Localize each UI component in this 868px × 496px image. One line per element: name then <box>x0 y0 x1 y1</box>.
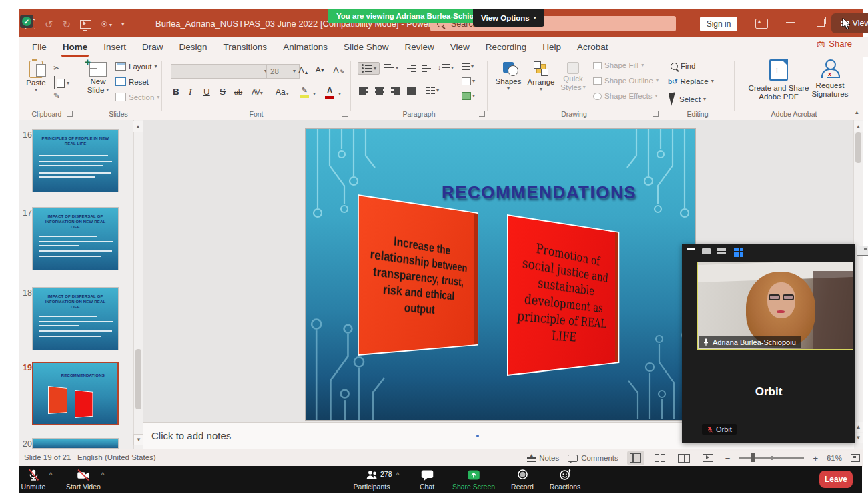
slide-title[interactable]: RECOMMENDATIONS <box>406 182 673 203</box>
restore-button[interactable] <box>817 19 825 27</box>
shape-effects-button[interactable]: Shape Effects▾ <box>593 92 657 100</box>
reactions-button[interactable]: Reactions <box>545 468 585 491</box>
columns-button[interactable]: ▾ <box>426 87 439 94</box>
notes-placeholder[interactable]: Click to add notes <box>151 430 231 441</box>
unmute-options-icon[interactable]: ^ <box>49 471 52 478</box>
editor-scroll-up-icon[interactable]: ▲ <box>854 121 863 132</box>
new-slide-button[interactable]: New Slide▾ <box>83 62 113 94</box>
customize-qat-icon[interactable]: ▾ <box>121 21 125 27</box>
share-button[interactable]: 🖄 Share <box>817 39 852 49</box>
thumbnail-slide-17[interactable]: 17 IMPACT OF DISPERSAL OF INFORMATION ON… <box>32 207 120 270</box>
paste-button[interactable]: Paste ▾ <box>23 61 49 93</box>
start-slideshow-icon[interactable] <box>80 20 91 29</box>
video-window-minimize-icon[interactable] <box>687 248 695 250</box>
copy-dropdown-icon[interactable]: ▾ <box>67 81 69 86</box>
normal-view-button[interactable] <box>627 451 644 465</box>
slide-shape-left[interactable]: Increase the relationship between transp… <box>358 194 475 356</box>
format-painter-icon[interactable]: ✎ <box>53 91 60 101</box>
font-color-icon[interactable]: A <box>325 86 334 99</box>
font-name-combo[interactable]: ▾ <box>171 64 271 79</box>
paragraph-dialog-launcher[interactable] <box>479 111 485 117</box>
tab-help[interactable]: Help <box>534 37 569 57</box>
share-screen-button[interactable]: Share Screen <box>454 468 494 491</box>
layout-button[interactable]: Layout▾ <box>115 62 157 71</box>
highlight-color-icon[interactable]: ✎ <box>300 86 309 98</box>
tab-transitions[interactable]: Transitions <box>215 37 276 57</box>
change-case-icon[interactable]: Aa▾ <box>276 87 289 97</box>
shrink-font-icon[interactable]: A▾ <box>316 65 324 73</box>
line-spacing-button[interactable]: ↕ ▾ <box>438 64 454 71</box>
font-dialog-launcher[interactable] <box>342 111 348 117</box>
smartart-button[interactable]: ▾ <box>462 92 475 100</box>
justify-icon[interactable] <box>407 87 416 95</box>
zoom-slider[interactable] <box>739 457 804 459</box>
request-signatures-button[interactable]: x Request Signatures <box>809 59 851 98</box>
bullets-button[interactable]: ▾ <box>358 62 380 75</box>
copy-icon[interactable] <box>54 76 55 89</box>
select-button[interactable]: Select▾ <box>670 93 706 105</box>
gallery-view-icon[interactable] <box>734 248 743 257</box>
clear-formatting-icon[interactable]: A✎ <box>333 65 345 75</box>
character-spacing-icon[interactable]: AV▾ <box>252 88 263 96</box>
replace-button[interactable]: b↺ Replace▾ <box>668 77 714 85</box>
zoom-out-button[interactable]: − <box>725 453 731 463</box>
create-share-pdf-button[interactable]: Create and Share Adobe PDF <box>747 59 811 101</box>
decrease-indent-icon[interactable] <box>407 65 416 72</box>
zoom-slider-thumb[interactable] <box>751 453 755 462</box>
tab-draw[interactable]: Draw <box>134 37 171 57</box>
popout-window-icon[interactable] <box>857 246 868 256</box>
sign-in-button[interactable]: Sign in <box>700 17 737 31</box>
tab-acrobat[interactable]: Acrobat <box>569 37 616 57</box>
minimize-button[interactable] <box>786 22 795 23</box>
participant-video-tile[interactable]: Adriana Burlea-Schiopoiu <box>697 262 853 350</box>
thumbnail-scrollbar-thumb[interactable] <box>135 349 141 409</box>
highlight-dropdown-icon[interactable]: ▾ <box>313 91 316 97</box>
tab-home[interactable]: Home <box>55 37 96 57</box>
align-center-icon[interactable] <box>375 87 384 95</box>
shapes-button[interactable]: Shapes ▾ <box>493 62 524 91</box>
slide-canvas[interactable]: RECOMMENDATIONS Increase the relationshi… <box>306 129 695 420</box>
zoom-percentage[interactable]: 61% <box>827 454 842 462</box>
collapse-ribbon-icon[interactable]: ▴ <box>855 109 859 115</box>
language-indicator[interactable]: English (United States) <box>77 453 156 461</box>
reading-view-button[interactable] <box>675 451 693 465</box>
notes-toggle[interactable]: ▲ Notes <box>527 454 559 462</box>
slide-shape-right[interactable]: Promotion of social justice and sustaina… <box>507 214 616 376</box>
tab-review[interactable]: Review <box>396 37 442 57</box>
start-video-button[interactable]: Start Video <box>63 468 103 491</box>
redo-icon[interactable]: ↻ <box>63 19 71 29</box>
reset-button[interactable]: Reset <box>115 77 149 86</box>
align-text-button[interactable]: ▾ <box>462 77 475 85</box>
quick-styles-button[interactable]: Quick Styles▾ <box>558 62 588 91</box>
align-left-icon[interactable] <box>359 87 368 95</box>
numbering-button[interactable]: ▾ <box>384 64 398 71</box>
drawing-dialog-launcher[interactable] <box>653 111 659 117</box>
strip-view-icon[interactable] <box>717 248 726 254</box>
tab-design[interactable]: Design <box>171 37 215 57</box>
zoom-in-button[interactable]: + <box>813 453 818 463</box>
comments-toggle[interactable]: Comments <box>568 454 618 462</box>
text-direction-button[interactable]: ▾ <box>462 63 474 70</box>
thumbnail-slide-20[interactable]: 20 <box>32 438 120 449</box>
strikethrough-button[interactable]: S <box>220 87 226 97</box>
arrange-button[interactable]: Arrange ▾ <box>525 62 557 92</box>
tab-slide-show[interactable]: Slide Show <box>336 37 397 57</box>
increase-indent-icon[interactable] <box>422 65 431 72</box>
slide-sorter-view-button[interactable] <box>651 451 669 465</box>
text-shadow-icon[interactable]: ab <box>234 88 242 96</box>
video-options-icon[interactable]: ^ <box>101 471 104 478</box>
font-size-combo[interactable]: 28▾ <box>266 64 300 79</box>
thumbnail-scroll-up-icon[interactable]: ▲ <box>133 121 143 132</box>
speaker-view-icon[interactable] <box>702 248 711 254</box>
thumbnail-slide-16[interactable]: 16 PRINCIPLES OF PEOPLE IN NEW REAL LIFE <box>32 129 120 192</box>
thumbnail-slide-18[interactable]: 18 IMPACT OF DISPERSAL OF INFORMATION ON… <box>32 287 120 350</box>
section-button[interactable]: Section▾ <box>115 93 159 101</box>
find-button[interactable]: Find <box>671 62 695 70</box>
record-button[interactable]: Record <box>502 468 542 491</box>
slideshow-view-button[interactable] <box>699 451 717 465</box>
bold-button[interactable]: B <box>173 87 179 97</box>
thumbnail-slide-19[interactable]: 19 RECOMMENDATIONS <box>32 362 120 425</box>
align-right-icon[interactable] <box>391 87 400 95</box>
leave-button[interactable]: Leave <box>819 471 853 488</box>
notes-resize-handle[interactable] <box>476 435 479 437</box>
